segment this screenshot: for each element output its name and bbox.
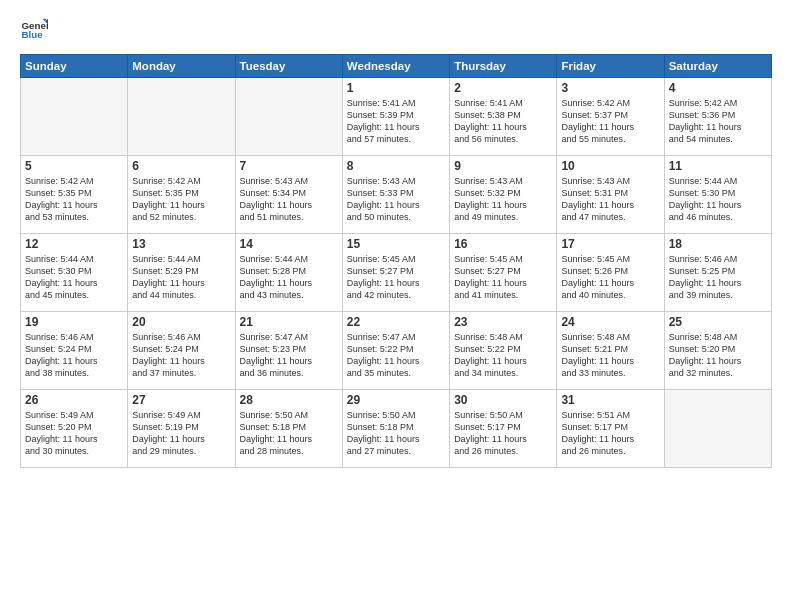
cell-line2: Sunset: 5:20 PM xyxy=(25,421,123,433)
day-number: 22 xyxy=(347,315,445,329)
weekday-header-saturday: Saturday xyxy=(664,55,771,78)
cell-line3: Daylight: 11 hours xyxy=(240,433,338,445)
cell-line2: Sunset: 5:36 PM xyxy=(669,109,767,121)
cell-line1: Sunrise: 5:44 AM xyxy=(25,253,123,265)
calendar: SundayMondayTuesdayWednesdayThursdayFrid… xyxy=(20,54,772,468)
cell-line2: Sunset: 5:19 PM xyxy=(132,421,230,433)
header: General Blue xyxy=(20,16,772,44)
calendar-cell: 11Sunrise: 5:44 AMSunset: 5:30 PMDayligh… xyxy=(664,156,771,234)
day-number: 6 xyxy=(132,159,230,173)
cell-line1: Sunrise: 5:46 AM xyxy=(132,331,230,343)
cell-line3: Daylight: 11 hours xyxy=(25,199,123,211)
cell-line2: Sunset: 5:24 PM xyxy=(132,343,230,355)
cell-line3: Daylight: 11 hours xyxy=(454,121,552,133)
cell-line2: Sunset: 5:22 PM xyxy=(454,343,552,355)
calendar-cell: 9Sunrise: 5:43 AMSunset: 5:32 PMDaylight… xyxy=(450,156,557,234)
cell-line2: Sunset: 5:17 PM xyxy=(454,421,552,433)
calendar-cell: 18Sunrise: 5:46 AMSunset: 5:25 PMDayligh… xyxy=(664,234,771,312)
calendar-body: 1Sunrise: 5:41 AMSunset: 5:39 PMDaylight… xyxy=(21,78,772,468)
cell-line2: Sunset: 5:28 PM xyxy=(240,265,338,277)
cell-line3: Daylight: 11 hours xyxy=(454,199,552,211)
cell-line3: Daylight: 11 hours xyxy=(240,355,338,367)
day-number: 28 xyxy=(240,393,338,407)
cell-line1: Sunrise: 5:46 AM xyxy=(669,253,767,265)
cell-line4: and 29 minutes. xyxy=(132,445,230,457)
cell-line1: Sunrise: 5:49 AM xyxy=(132,409,230,421)
week-row-0: 1Sunrise: 5:41 AMSunset: 5:39 PMDaylight… xyxy=(21,78,772,156)
calendar-cell: 23Sunrise: 5:48 AMSunset: 5:22 PMDayligh… xyxy=(450,312,557,390)
cell-line3: Daylight: 11 hours xyxy=(132,199,230,211)
cell-line2: Sunset: 5:30 PM xyxy=(669,187,767,199)
calendar-cell: 12Sunrise: 5:44 AMSunset: 5:30 PMDayligh… xyxy=(21,234,128,312)
cell-line3: Daylight: 11 hours xyxy=(454,433,552,445)
cell-line3: Daylight: 11 hours xyxy=(25,277,123,289)
cell-line1: Sunrise: 5:42 AM xyxy=(132,175,230,187)
calendar-cell: 7Sunrise: 5:43 AMSunset: 5:34 PMDaylight… xyxy=(235,156,342,234)
cell-line2: Sunset: 5:33 PM xyxy=(347,187,445,199)
cell-line3: Daylight: 11 hours xyxy=(561,355,659,367)
cell-line2: Sunset: 5:32 PM xyxy=(454,187,552,199)
calendar-cell xyxy=(128,78,235,156)
cell-line1: Sunrise: 5:42 AM xyxy=(669,97,767,109)
cell-line3: Daylight: 11 hours xyxy=(25,355,123,367)
calendar-cell: 10Sunrise: 5:43 AMSunset: 5:31 PMDayligh… xyxy=(557,156,664,234)
cell-line1: Sunrise: 5:44 AM xyxy=(240,253,338,265)
cell-line1: Sunrise: 5:50 AM xyxy=(454,409,552,421)
calendar-cell: 8Sunrise: 5:43 AMSunset: 5:33 PMDaylight… xyxy=(342,156,449,234)
day-number: 27 xyxy=(132,393,230,407)
cell-line4: and 33 minutes. xyxy=(561,367,659,379)
calendar-cell: 2Sunrise: 5:41 AMSunset: 5:38 PMDaylight… xyxy=(450,78,557,156)
calendar-cell: 14Sunrise: 5:44 AMSunset: 5:28 PMDayligh… xyxy=(235,234,342,312)
cell-line2: Sunset: 5:18 PM xyxy=(347,421,445,433)
calendar-cell: 27Sunrise: 5:49 AMSunset: 5:19 PMDayligh… xyxy=(128,390,235,468)
cell-line2: Sunset: 5:27 PM xyxy=(347,265,445,277)
cell-line4: and 43 minutes. xyxy=(240,289,338,301)
cell-line4: and 26 minutes. xyxy=(454,445,552,457)
cell-line4: and 44 minutes. xyxy=(132,289,230,301)
calendar-cell: 15Sunrise: 5:45 AMSunset: 5:27 PMDayligh… xyxy=(342,234,449,312)
cell-line1: Sunrise: 5:44 AM xyxy=(669,175,767,187)
cell-line1: Sunrise: 5:47 AM xyxy=(240,331,338,343)
cell-line2: Sunset: 5:26 PM xyxy=(561,265,659,277)
cell-line2: Sunset: 5:39 PM xyxy=(347,109,445,121)
cell-line3: Daylight: 11 hours xyxy=(561,277,659,289)
cell-line2: Sunset: 5:24 PM xyxy=(25,343,123,355)
cell-line4: and 47 minutes. xyxy=(561,211,659,223)
day-number: 8 xyxy=(347,159,445,173)
day-number: 24 xyxy=(561,315,659,329)
cell-line3: Daylight: 11 hours xyxy=(669,121,767,133)
day-number: 2 xyxy=(454,81,552,95)
cell-line3: Daylight: 11 hours xyxy=(561,121,659,133)
cell-line3: Daylight: 11 hours xyxy=(240,277,338,289)
cell-line3: Daylight: 11 hours xyxy=(347,121,445,133)
calendar-cell xyxy=(664,390,771,468)
calendar-cell: 31Sunrise: 5:51 AMSunset: 5:17 PMDayligh… xyxy=(557,390,664,468)
cell-line2: Sunset: 5:18 PM xyxy=(240,421,338,433)
cell-line2: Sunset: 5:37 PM xyxy=(561,109,659,121)
day-number: 20 xyxy=(132,315,230,329)
page-container: General Blue SundayMondayTuesdayWednesda… xyxy=(0,0,792,612)
cell-line2: Sunset: 5:35 PM xyxy=(25,187,123,199)
cell-line4: and 49 minutes. xyxy=(454,211,552,223)
cell-line4: and 52 minutes. xyxy=(132,211,230,223)
calendar-cell: 22Sunrise: 5:47 AMSunset: 5:22 PMDayligh… xyxy=(342,312,449,390)
day-number: 31 xyxy=(561,393,659,407)
cell-line2: Sunset: 5:38 PM xyxy=(454,109,552,121)
cell-line2: Sunset: 5:35 PM xyxy=(132,187,230,199)
day-number: 19 xyxy=(25,315,123,329)
cell-line1: Sunrise: 5:45 AM xyxy=(561,253,659,265)
cell-line1: Sunrise: 5:43 AM xyxy=(240,175,338,187)
day-number: 12 xyxy=(25,237,123,251)
cell-line4: and 51 minutes. xyxy=(240,211,338,223)
cell-line3: Daylight: 11 hours xyxy=(240,199,338,211)
cell-line3: Daylight: 11 hours xyxy=(561,199,659,211)
cell-line3: Daylight: 11 hours xyxy=(669,199,767,211)
cell-line4: and 54 minutes. xyxy=(669,133,767,145)
cell-line4: and 39 minutes. xyxy=(669,289,767,301)
day-number: 21 xyxy=(240,315,338,329)
cell-line4: and 30 minutes. xyxy=(25,445,123,457)
cell-line1: Sunrise: 5:51 AM xyxy=(561,409,659,421)
calendar-cell: 28Sunrise: 5:50 AMSunset: 5:18 PMDayligh… xyxy=(235,390,342,468)
cell-line3: Daylight: 11 hours xyxy=(347,277,445,289)
day-number: 30 xyxy=(454,393,552,407)
